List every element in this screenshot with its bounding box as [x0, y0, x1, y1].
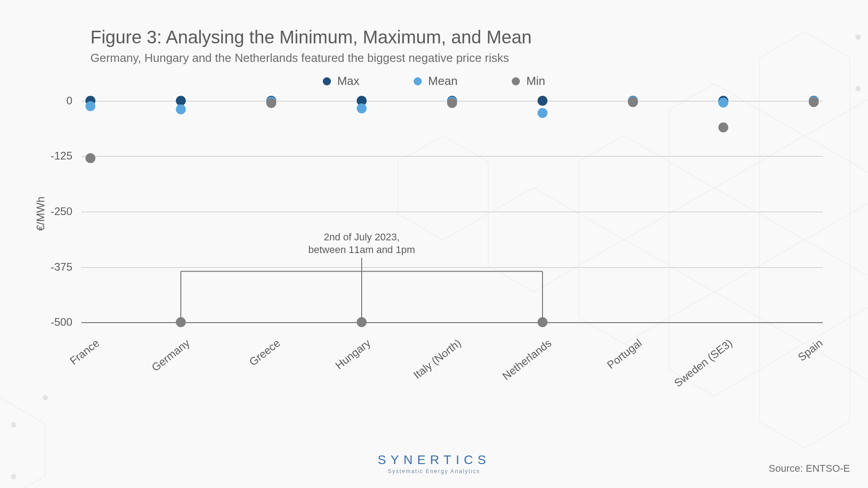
svg-point-2: [855, 86, 861, 91]
x-tick-label: Greece: [203, 337, 283, 402]
plot-area: €/MWh 0-125-250-375-500FranceGermanyGree…: [81, 96, 823, 331]
y-tick-label: -125: [51, 150, 72, 162]
gridline: [81, 267, 823, 268]
legend-label-min: Min: [526, 74, 545, 88]
svg-point-5: [42, 395, 48, 400]
annotation-connector: [81, 96, 823, 331]
legend-dot-max: [323, 77, 331, 85]
chart-subtitle: Germany, Hungary and the Netherlands fea…: [90, 51, 841, 65]
data-point-mean: [357, 103, 367, 113]
brand-name: SYNERTICS: [377, 453, 491, 467]
x-tick-label: Germany: [113, 337, 192, 402]
data-point-min: [176, 317, 186, 327]
gridline: [81, 156, 823, 157]
data-point-min: [85, 153, 95, 163]
y-tick-label: -375: [51, 261, 72, 273]
brand-logo: SYNERTICS Systematic Energy Analytics: [377, 453, 491, 474]
legend-item-min: Min: [512, 74, 545, 88]
data-point-min: [266, 98, 276, 108]
annotation-line2: between 11am and 1pm: [308, 244, 415, 257]
y-axis-label: €/MWh: [34, 197, 47, 231]
legend: Max Mean Min: [27, 74, 841, 88]
annotation-line1: 2nd of July 2023,: [308, 231, 415, 244]
source-text: Source: ENTSO-E: [769, 463, 850, 474]
gridline: [81, 322, 823, 323]
chart-title: Figure 3: Analysing the Minimum, Maximum…: [90, 27, 841, 47]
data-point-min: [538, 317, 547, 327]
data-point-min: [718, 122, 728, 132]
x-tick-label: Sweden (SE3): [656, 337, 735, 402]
svg-point-3: [11, 422, 16, 427]
data-point-mean: [538, 108, 547, 118]
svg-point-1: [855, 34, 861, 40]
data-point-max: [538, 96, 547, 106]
legend-label-max: Max: [337, 74, 359, 88]
x-tick-label: Netherlands: [475, 337, 554, 402]
data-point-min: [357, 317, 367, 327]
y-tick-label: -250: [51, 205, 72, 218]
annotation-text: 2nd of July 2023,between 11am and 1pm: [308, 231, 415, 257]
x-tick-label: Hungary: [294, 337, 373, 402]
x-tick-label: France: [23, 337, 102, 402]
x-tick-label: Spain: [746, 337, 825, 402]
legend-label-mean: Mean: [428, 74, 458, 88]
data-point-mean: [718, 98, 728, 108]
brand-tagline: Systematic Energy Analytics: [377, 468, 491, 474]
data-point-min: [447, 98, 457, 108]
legend-item-max: Max: [323, 74, 359, 88]
data-point-min: [809, 97, 819, 107]
x-tick-label: Portugal: [565, 337, 644, 402]
y-tick-label: 0: [66, 94, 72, 107]
data-point-min: [628, 97, 638, 107]
data-point-mean: [85, 101, 95, 111]
data-point-mean: [176, 104, 186, 114]
legend-dot-min: [512, 77, 520, 85]
legend-dot-mean: [414, 77, 422, 85]
svg-point-4: [11, 474, 16, 479]
legend-item-mean: Mean: [414, 74, 458, 88]
x-tick-label: Italy (North): [384, 337, 463, 402]
y-tick-label: -500: [51, 316, 72, 328]
gridline: [81, 211, 823, 212]
